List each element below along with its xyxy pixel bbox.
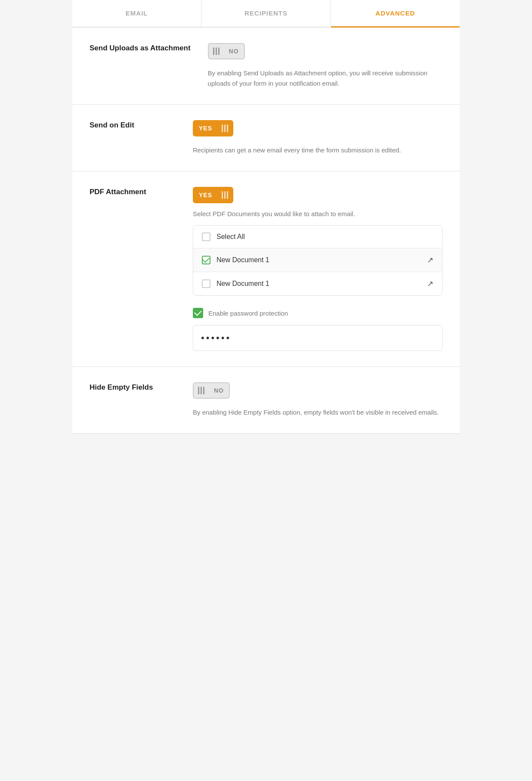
toggle-bar-3 xyxy=(218,47,220,55)
toggle-bars-icon-edit xyxy=(217,121,232,136)
toggle-bar-hide-3 xyxy=(203,387,204,394)
hide-empty-toggle[interactable]: NO xyxy=(193,382,230,399)
send-uploads-content: NO By enabling Send Uploads as Attachmen… xyxy=(208,43,442,89)
hide-empty-label: Hide Empty Fields xyxy=(90,382,176,418)
toggle-bar-pdf-1 xyxy=(222,191,223,199)
document-1-checkbox[interactable] xyxy=(202,256,210,264)
send-on-edit-content: YES Recipients can get a new email every… xyxy=(193,120,442,155)
send-uploads-toggle-label: NO xyxy=(224,44,244,58)
hide-empty-content: NO By enabling Hide Empty Fields option,… xyxy=(193,382,442,418)
document-2-checkbox[interactable] xyxy=(202,279,210,288)
pdf-attachment-content: YES Select PDF Documents you would like … xyxy=(193,187,442,351)
send-on-edit-label: Send on Edit xyxy=(90,120,176,155)
toggle-bar-pdf-3 xyxy=(227,191,228,199)
password-protection-row: Enable password protection xyxy=(193,308,442,318)
document-row-2[interactable]: New Document 1 ↗ xyxy=(193,272,442,295)
pdf-attachment-section: PDF Attachment YES Select PDF Documents … xyxy=(72,171,460,367)
send-on-edit-desc: Recipients can get a new email every tim… xyxy=(193,145,442,155)
send-on-edit-toggle[interactable]: YES xyxy=(193,120,233,136)
toggle-bars-icon-pdf xyxy=(217,188,232,202)
password-input[interactable] xyxy=(193,325,442,351)
document-2-external-link-icon[interactable]: ↗ xyxy=(427,279,433,288)
toggle-bars-icon xyxy=(209,44,224,59)
send-uploads-section: Send Uploads as Attachment NO By enablin… xyxy=(72,28,460,105)
document-row-1[interactable]: New Document 1 ↗ xyxy=(193,248,442,272)
select-all-label: Select All xyxy=(217,233,433,241)
toggle-bar-edit-1 xyxy=(222,124,223,132)
toggle-bar-1 xyxy=(213,47,214,55)
toggle-bar-hide-1 xyxy=(198,387,199,394)
toggle-bar-pdf-2 xyxy=(224,191,226,199)
send-uploads-toggle[interactable]: NO xyxy=(208,43,245,59)
password-protection-label: Enable password protection xyxy=(208,310,288,317)
document-1-external-link-icon[interactable]: ↗ xyxy=(427,255,433,265)
toggle-bar-edit-3 xyxy=(227,124,228,132)
pdf-checkbox-list: Select All New Document 1 ↗ New Document… xyxy=(193,225,442,296)
password-protection-checkbox[interactable] xyxy=(193,308,203,318)
pdf-attachment-label: PDF Attachment xyxy=(90,187,176,351)
select-all-row[interactable]: Select All xyxy=(193,226,442,248)
document-1-label: New Document 1 xyxy=(217,256,421,264)
toggle-bar-2 xyxy=(216,47,217,55)
send-on-edit-toggle-label: YES xyxy=(194,121,217,135)
send-uploads-desc: By enabling Send Uploads as Attachment o… xyxy=(208,68,442,89)
send-uploads-label: Send Uploads as Attachment xyxy=(90,43,191,89)
toggle-bar-edit-2 xyxy=(224,124,226,132)
document-2-label: New Document 1 xyxy=(217,280,421,288)
hide-empty-desc: By enabling Hide Empty Fields option, em… xyxy=(193,407,442,418)
tab-bar: EMAIL RECIPIENTS ADVANCED xyxy=(72,0,460,28)
sections-wrapper: Send Uploads as Attachment NO By enablin… xyxy=(72,28,460,434)
pdf-attachment-toggle[interactable]: YES xyxy=(193,187,233,203)
tab-recipients[interactable]: RECIPIENTS xyxy=(201,0,331,28)
pdf-attachment-toggle-label: YES xyxy=(194,188,217,202)
pdf-select-label: Select PDF Documents you would like to a… xyxy=(193,210,442,217)
tab-email[interactable]: EMAIL xyxy=(72,0,201,28)
tab-advanced[interactable]: ADVANCED xyxy=(331,0,460,28)
select-all-checkbox[interactable] xyxy=(202,232,210,241)
hide-empty-toggle-label: NO xyxy=(209,384,229,397)
send-on-edit-section: Send on Edit YES Recipients can get a ne… xyxy=(72,105,460,171)
hide-empty-section: Hide Empty Fields NO By enabling Hide Em… xyxy=(72,367,460,434)
toggle-bar-hide-2 xyxy=(201,387,202,394)
toggle-bars-icon-hide xyxy=(194,383,209,398)
main-container: EMAIL RECIPIENTS ADVANCED Send Uploads a… xyxy=(72,0,460,434)
